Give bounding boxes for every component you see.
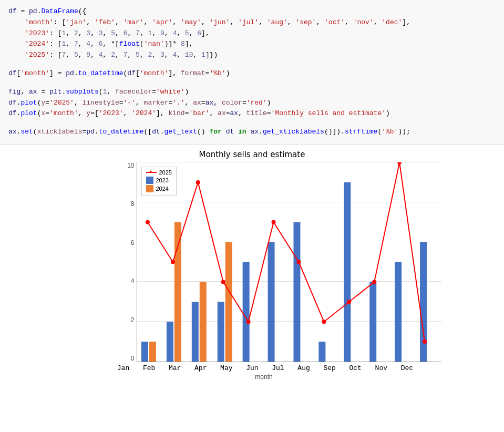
x-label-may: May	[216, 364, 237, 372]
bar-mar-2024	[199, 282, 206, 362]
bar-apr-2023	[217, 302, 224, 362]
x-label-feb: Feb	[139, 364, 160, 372]
x-label-nov: Nov	[371, 364, 392, 372]
code-blank-3	[8, 119, 496, 127]
y-label-2: 2	[116, 317, 135, 323]
y-label-4: 4	[116, 278, 135, 284]
legend: 2025 2023 2024	[141, 167, 177, 196]
x-label-jul: Jul	[268, 364, 289, 372]
legend-item-2024: 2024	[146, 185, 172, 192]
dot-jul-2025	[296, 260, 301, 264]
code-line-13: ax.set(xticklabels=pd.to_datetime([dt.ge…	[8, 127, 496, 138]
code-line-4: '2024': [1, 7, 4, 6, *[float('nan')]* 8]…	[8, 39, 496, 50]
chart-section: Monthly sells and estimate 0 2 4 6 8 10	[0, 145, 504, 391]
bar-aug-2023	[318, 342, 325, 362]
dot-mar-2025	[196, 180, 200, 184]
legend-bar-2024	[146, 185, 153, 192]
chart-title: Monthly sells and estimate	[89, 150, 415, 159]
y-label-8: 8	[116, 201, 135, 207]
legend-bar-2023	[146, 177, 153, 184]
code-line-11: df.plot(x='month', y=['2023', '2024'], k…	[8, 108, 496, 119]
chart-svg	[137, 162, 441, 362]
code-blank-2	[8, 79, 496, 87]
x-axis-title: month	[113, 373, 415, 380]
code-line-5: '2025': [7, 5, 9, 4, 2, 7, 5, 2, 3, 4, 1…	[8, 50, 496, 61]
bar-jul-2023	[293, 222, 300, 362]
dot-dec-2025	[423, 340, 427, 344]
bar-sep-2023	[344, 182, 351, 362]
x-label-jan: Jan	[113, 364, 134, 372]
x-label-apr: Apr	[190, 364, 211, 372]
y-label-0: 0	[116, 355, 135, 362]
dot-oct-2025	[372, 280, 376, 284]
x-label-sep: Sep	[319, 364, 340, 372]
legend-item-2025: 2025	[146, 169, 172, 176]
x-label-mar: Mar	[164, 364, 186, 372]
x-label-dec: Dec	[396, 364, 417, 372]
dot-sep-2025	[347, 300, 351, 304]
dot-feb-2025	[170, 260, 174, 264]
code-line-9: fig, ax = plt.subplots(1, facecolor='whi…	[8, 87, 496, 98]
dot-nov-2025	[397, 162, 402, 164]
code-line-3: '2023': [1, 2, 3, 3, 5, 6, 7, 1, 9, 4, 5…	[8, 28, 496, 39]
legend-line-2025	[146, 172, 157, 173]
chart-area: 0 2 4 6 8 10	[137, 162, 441, 362]
y-axis-labels: 0 2 4 6 8 10	[116, 162, 135, 362]
legend-label-2023: 2023	[156, 177, 169, 183]
code-line-1: df = pd.DataFrame({	[8, 6, 496, 17]
code-blank-1	[8, 61, 496, 68]
code-line-10: df.plot(y='2025', linestyle='-', marker=…	[8, 98, 496, 109]
bar-jan-2024	[149, 342, 156, 362]
x-label-aug: Aug	[293, 364, 314, 372]
line-2025	[147, 162, 424, 342]
dot-apr-2025	[221, 280, 225, 284]
code-line-7: df['month'] = pd.to_datetime(df['month']…	[8, 68, 496, 79]
bar-oct-2023	[369, 282, 376, 362]
code-section: df = pd.DataFrame({ 'month': ['jan', 'fe…	[0, 0, 504, 145]
y-label-10: 10	[116, 162, 135, 169]
bar-feb-2023	[166, 322, 173, 362]
bar-mar-2023	[191, 302, 198, 362]
dot-aug-2025	[322, 320, 326, 324]
dot-jan-2025	[145, 220, 149, 224]
dot-may-2025	[246, 320, 250, 324]
legend-label-2025: 2025	[159, 169, 172, 176]
y-label-6: 6	[116, 240, 135, 246]
bar-dec-2023	[420, 242, 427, 362]
chart-container: Monthly sells and estimate 0 2 4 6 8 10	[89, 150, 415, 380]
bar-may-2023	[242, 262, 249, 362]
bar-apr-2024	[225, 242, 232, 362]
legend-label-2024: 2024	[156, 186, 169, 192]
dot-jun-2025	[271, 220, 275, 224]
bar-jan-2023	[141, 342, 148, 362]
x-label-jun: Jun	[242, 364, 263, 372]
x-label-oct: Oct	[345, 364, 366, 372]
x-axis-labels: Jan Feb Mar Apr May Jun Jul Aug Sep Oct …	[113, 364, 418, 372]
bar-feb-2024	[174, 222, 181, 362]
legend-item-2023: 2023	[146, 177, 172, 184]
code-line-2: 'month': ['jan', 'feb', 'mar', 'apr', 'm…	[8, 17, 496, 28]
bar-nov-2023	[395, 262, 402, 362]
bar-jun-2023	[268, 242, 274, 362]
